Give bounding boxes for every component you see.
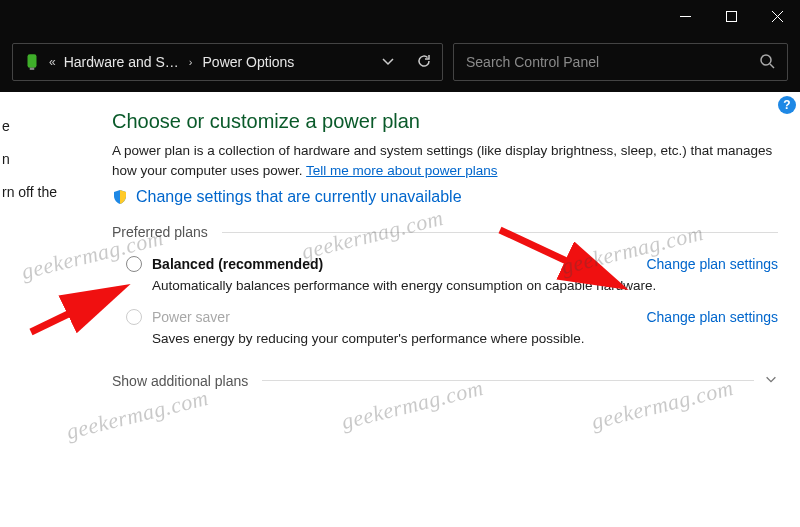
search-icon	[759, 53, 775, 72]
plan-name[interactable]: Balanced (recommended)	[152, 256, 323, 272]
plan-description: Automatically balances performance with …	[152, 278, 778, 293]
main-content: Choose or customize a power plan A power…	[72, 92, 800, 527]
page-description: A power plan is a collection of hardware…	[112, 141, 778, 180]
plan-radio-powersaver[interactable]	[126, 309, 142, 325]
search-box[interactable]: Search Control Panel	[453, 43, 788, 81]
svg-rect-1	[726, 11, 736, 21]
titlebar	[0, 0, 800, 32]
learn-more-link[interactable]: Tell me more about power plans	[306, 163, 497, 178]
history-dropdown-button[interactable]	[380, 53, 396, 72]
refresh-button[interactable]	[416, 53, 432, 72]
search-placeholder: Search Control Panel	[466, 54, 759, 70]
preferred-plans-heading: Preferred plans	[112, 224, 778, 240]
plan-name[interactable]: Power saver	[152, 309, 230, 325]
plan-description: Saves energy by reducing your computer's…	[152, 331, 778, 346]
left-nav-item[interactable]: rn off the	[0, 176, 72, 209]
svg-rect-5	[30, 68, 35, 70]
svg-line-7	[770, 64, 774, 68]
left-nav-item[interactable]: e	[0, 110, 72, 143]
plan-balanced: Balanced (recommended) Change plan setti…	[126, 256, 778, 293]
shield-icon	[112, 189, 128, 205]
change-unavailable-settings-link[interactable]: Change settings that are currently unava…	[136, 188, 462, 206]
plan-power-saver: Power saver Change plan settings Saves e…	[126, 309, 778, 346]
plan-radio-balanced[interactable]	[126, 256, 142, 272]
close-button[interactable]	[754, 0, 800, 32]
power-icon	[23, 53, 41, 71]
breadcrumb-box[interactable]: « Hardware and S… › Power Options	[12, 43, 443, 81]
svg-rect-4	[28, 54, 37, 68]
page-title: Choose or customize a power plan	[112, 110, 778, 133]
minimize-button[interactable]	[662, 0, 708, 32]
svg-point-6	[761, 55, 771, 65]
preferred-plans-label: Preferred plans	[112, 224, 208, 240]
chevron-down-icon	[764, 372, 778, 389]
additional-plans-heading[interactable]: Show additional plans	[112, 372, 778, 389]
change-plan-settings-link[interactable]: Change plan settings	[646, 309, 778, 325]
additional-plans-label: Show additional plans	[112, 373, 248, 389]
breadcrumb-chevron-icon: ›	[189, 56, 193, 68]
address-bar: « Hardware and S… › Power Options Search…	[0, 32, 800, 92]
left-nav-panel: e n rn off the	[0, 92, 72, 527]
breadcrumb-current[interactable]: Power Options	[203, 54, 295, 70]
left-nav-item[interactable]: n	[0, 143, 72, 176]
breadcrumb-prev[interactable]: Hardware and S…	[64, 54, 179, 70]
maximize-button[interactable]	[708, 0, 754, 32]
breadcrumb-back-chevron: «	[49, 55, 56, 69]
change-plan-settings-link[interactable]: Change plan settings	[646, 256, 778, 272]
